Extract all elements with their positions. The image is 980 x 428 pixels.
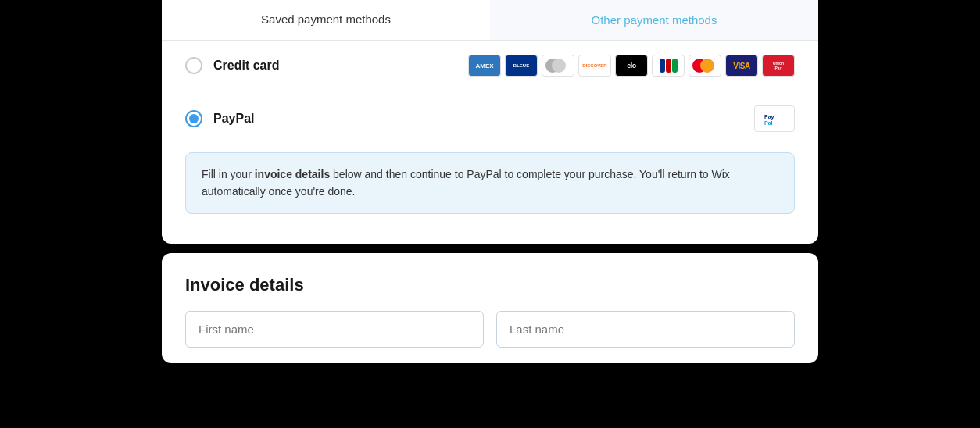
- paypal-info-box: Fill in your invoice details below and t…: [185, 152, 795, 214]
- payment-card: Saved payment methods Other payment meth…: [162, 0, 818, 244]
- first-name-input[interactable]: [185, 311, 484, 348]
- payment-option-paypal[interactable]: PayPal Pay Pal Fill in your invoice deta…: [185, 91, 795, 228]
- svg-text:Pal: Pal: [764, 120, 773, 126]
- card-icon-mastercard: [689, 55, 721, 77]
- paypal-info-prefix: Fill in your: [202, 168, 255, 180]
- card-icon-jcb: [652, 55, 685, 77]
- card-icons: AMEX BLEUE DISCOVER: [468, 55, 795, 77]
- card-icon-elo: elo: [615, 55, 648, 77]
- last-name-input[interactable]: [496, 311, 795, 348]
- paypal-icon-box: Pay Pal: [754, 105, 795, 132]
- card-icon-visa: VISA: [725, 55, 758, 77]
- credit-card-label: Credit card: [213, 59, 279, 73]
- payment-option-credit-card[interactable]: Credit card AMEX BLEUE DIS: [185, 41, 795, 91]
- paypal-info-bold: invoice details: [255, 168, 330, 180]
- paypal-label: PayPal: [213, 112, 254, 126]
- invoice-title: Invoice details: [185, 275, 795, 295]
- paypal-top-row: PayPal Pay Pal: [185, 105, 795, 132]
- paypal-logo-icon: Pay Pal: [763, 110, 786, 127]
- payment-options: Credit card AMEX BLEUE DIS: [162, 41, 818, 244]
- radio-paypal[interactable]: [185, 110, 202, 127]
- radio-credit-card[interactable]: [185, 57, 202, 74]
- card-icon-discover: DISCOVER: [578, 55, 611, 77]
- tabs-row: Saved payment methods Other payment meth…: [162, 0, 818, 41]
- card-icon-unionpay: UnionPay: [762, 55, 795, 77]
- card-icon-diners: [542, 55, 574, 77]
- card-icon-amex: AMEX: [468, 55, 501, 77]
- card-icon-bleue: BLEUE: [505, 55, 538, 77]
- tab-saved[interactable]: Saved payment methods: [162, 0, 490, 40]
- tab-other[interactable]: Other payment methods: [490, 0, 818, 40]
- svg-text:Pay: Pay: [764, 114, 774, 120]
- fields-row: [185, 311, 795, 348]
- page-container: Saved payment methods Other payment meth…: [0, 0, 980, 428]
- invoice-card: Invoice details: [162, 253, 818, 363]
